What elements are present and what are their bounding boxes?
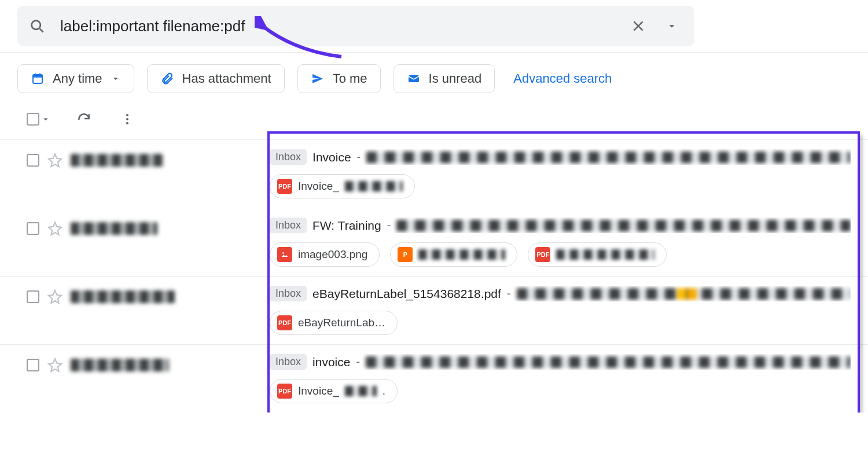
snippet-redacted: [396, 220, 851, 231]
attachment-chip[interactable]: image003.png: [270, 242, 380, 267]
svg-point-11: [126, 122, 128, 124]
snippet-redacted: [366, 152, 851, 163]
email-row[interactable]: Inbox invoice - PDF Invoice_ .: [0, 344, 868, 413]
filter-label: Any time: [53, 71, 102, 86]
attachment-chip[interactable]: PDF: [528, 242, 667, 267]
attachment-chip[interactable]: PDF Invoice_ .: [270, 379, 398, 403]
attachment-chip[interactable]: PDF Invoice_: [270, 174, 415, 198]
row-checkbox[interactable]: [27, 290, 39, 303]
attachment-chip[interactable]: P: [390, 242, 517, 267]
label-badge: Inbox: [270, 286, 307, 301]
attachment-chip[interactable]: PDF eBayReturnLab…: [270, 311, 398, 335]
svg-point-12: [282, 252, 284, 254]
star-button[interactable]: [47, 289, 62, 304]
star-icon: [47, 221, 62, 236]
email-subject: Invoice: [312, 150, 351, 164]
svg-line-1: [40, 29, 43, 32]
email-subject: invoice: [312, 355, 350, 369]
separator: -: [356, 355, 360, 369]
filter-is-unread[interactable]: Is unread: [393, 64, 495, 93]
clear-search-button[interactable]: [626, 14, 650, 38]
attachment-name: image003.png: [298, 248, 367, 261]
email-subject: FW: Training: [312, 219, 381, 233]
star-icon: [47, 289, 62, 304]
caret-down-icon: [665, 20, 678, 32]
filter-to-me[interactable]: To me: [297, 64, 381, 93]
label-badge: Inbox: [270, 149, 307, 165]
separator: -: [357, 150, 361, 164]
svg-point-9: [126, 114, 128, 116]
refresh-button[interactable]: [73, 108, 95, 130]
checkbox-icon: [27, 113, 39, 126]
attachment-name-redacted: [556, 249, 654, 260]
label-badge: Inbox: [270, 354, 307, 370]
svg-point-0: [32, 21, 41, 30]
star-button[interactable]: [47, 221, 62, 236]
select-all-control[interactable]: [27, 113, 51, 126]
attachment-name-redacted: [345, 386, 377, 396]
filter-label: To me: [333, 71, 367, 86]
snippet-redacted: [366, 356, 851, 368]
svg-point-10: [126, 118, 128, 120]
caret-down-icon: [111, 73, 121, 84]
row-checkbox[interactable]: [27, 154, 39, 167]
sender-redacted: [71, 222, 157, 235]
email-list: Inbox Invoice - PDF Invoice_ Inbox: [0, 139, 868, 413]
row-checkbox[interactable]: [27, 359, 39, 371]
snippet-redacted: [517, 288, 851, 300]
sender-redacted: [71, 154, 163, 167]
search-options-button[interactable]: [661, 15, 683, 37]
attachment-name-prefix: Invoice_: [298, 385, 339, 397]
sender-redacted: [71, 359, 169, 371]
image-icon: [277, 247, 292, 262]
slides-icon: P: [398, 247, 413, 262]
attachment-name-redacted: [418, 249, 505, 260]
separator: -: [387, 219, 391, 232]
filter-has-attachment[interactable]: Has attachment: [147, 64, 285, 93]
email-subject: eBayReturnLabel_5154368218.pdf: [312, 287, 501, 301]
send-icon: [311, 72, 325, 86]
star-button[interactable]: [47, 153, 62, 168]
attachment-icon: [160, 72, 174, 86]
attachment-name-redacted: [345, 181, 403, 192]
filter-chip-row: Any time Has attachment To me Is unread …: [0, 53, 868, 104]
email-row[interactable]: Inbox FW: Training - image003.png P PDF: [0, 208, 868, 276]
search-input[interactable]: [59, 17, 626, 36]
refresh-icon: [76, 112, 91, 127]
pdf-icon: PDF: [277, 179, 292, 194]
mail-toolbar: [0, 104, 868, 139]
sender-redacted: [71, 290, 175, 303]
separator: -: [507, 287, 511, 300]
filter-label: Has attachment: [182, 71, 271, 86]
filter-any-time[interactable]: Any time: [17, 64, 134, 93]
pdf-icon: PDF: [535, 247, 550, 262]
advanced-search-link[interactable]: Advanced search: [513, 71, 612, 86]
label-badge: Inbox: [270, 218, 307, 233]
attachment-name-suffix: .: [382, 385, 385, 397]
star-icon: [47, 153, 62, 168]
attachment-name: eBayReturnLab…: [298, 316, 385, 329]
calendar-icon: [31, 72, 45, 86]
search-bar[interactable]: [17, 6, 694, 46]
search-icon: [29, 18, 45, 34]
row-checkbox[interactable]: [27, 222, 39, 235]
filter-label: Is unread: [429, 71, 482, 86]
more-vertical-icon: [120, 112, 134, 126]
caret-down-icon: [41, 114, 51, 124]
more-button[interactable]: [117, 109, 138, 130]
mail-icon: [407, 72, 421, 86]
pdf-icon: PDF: [277, 315, 292, 330]
pdf-icon: PDF: [277, 384, 292, 399]
email-row[interactable]: Inbox Invoice - PDF Invoice_: [0, 139, 868, 208]
star-button[interactable]: [47, 358, 62, 373]
svg-rect-5: [33, 75, 42, 78]
email-row[interactable]: Inbox eBayReturnLabel_5154368218.pdf - P…: [0, 276, 868, 344]
close-icon: [631, 19, 646, 34]
attachment-name-prefix: Invoice_: [298, 180, 339, 193]
star-icon: [47, 358, 62, 373]
svg-rect-8: [409, 75, 419, 82]
